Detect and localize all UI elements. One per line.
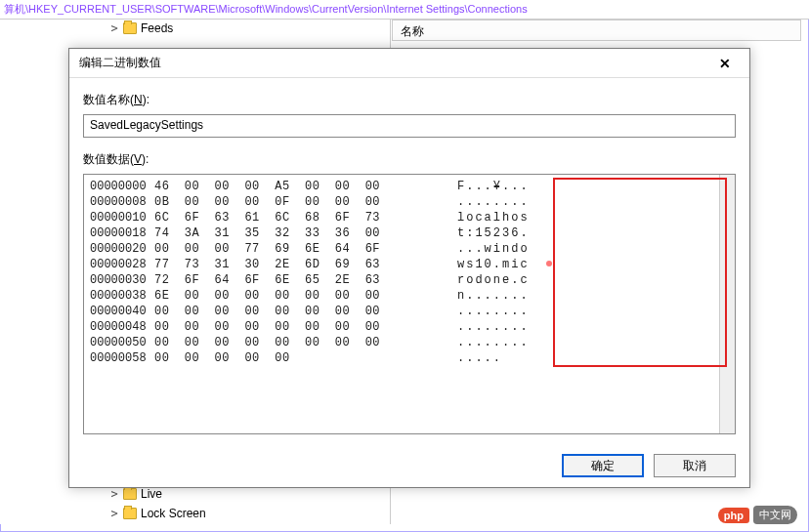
hex-row[interactable]: 0000005000 00 00 00 00 00 00 00........ (90, 335, 729, 350)
hex-offset: 00000030 (90, 272, 154, 288)
hex-bytes[interactable]: 72 6F 64 6F 6E 65 2E 63 (154, 272, 457, 288)
hex-bytes[interactable]: 6E 00 00 00 00 00 00 00 (154, 288, 457, 304)
hex-ascii: ws10.mic (457, 257, 604, 272)
hex-bytes[interactable]: 74 3A 31 35 32 33 36 00 (154, 225, 457, 241)
hex-offset: 00000010 (90, 210, 154, 225)
tree-item-label: Live (141, 487, 162, 501)
value-name-label: 数值名称(N): (83, 92, 736, 108)
value-data-label: 数值数据(V): (83, 151, 736, 168)
accelerator: N (134, 93, 143, 106)
hex-bytes[interactable]: 46 00 00 00 A5 00 00 00 (154, 179, 457, 194)
label-text: ): (142, 152, 149, 166)
hex-ascii: ........ (457, 335, 604, 350)
tree-item[interactable]: >Feeds (0, 20, 390, 37)
tree-item[interactable]: > Lock Screen (0, 505, 390, 522)
hex-bytes[interactable]: 6C 6F 63 61 6C 68 6F 73 (154, 210, 457, 225)
hex-ascii: ........ (457, 194, 604, 210)
hex-row[interactable]: 000000080B 00 00 00 0F 00 00 00........ (90, 194, 729, 210)
value-list[interactable]: 名称 (392, 20, 801, 41)
dialog-titlebar[interactable]: 编辑二进制数值 ✕ (69, 49, 749, 78)
scrollbar[interactable] (719, 175, 735, 433)
hex-ascii: localhos (457, 210, 604, 225)
logo-badge: php (718, 508, 749, 523)
hex-bytes[interactable]: 0B 00 00 00 0F 00 00 00 (154, 194, 457, 210)
hex-offset: 00000038 (90, 288, 154, 304)
hex-ascii: ........ (457, 319, 604, 335)
edit-binary-dialog: 编辑二进制数值 ✕ 数值名称(N): SavedLegacySettings 数… (68, 48, 750, 488)
hex-bytes[interactable]: 00 00 00 00 00 00 00 00 (154, 304, 457, 319)
close-icon[interactable]: ✕ (708, 53, 742, 74)
hex-row[interactable]: 0000004000 00 00 00 00 00 00 00........ (90, 304, 729, 319)
folder-icon (123, 22, 137, 34)
hex-row[interactable]: 0000002000 00 00 77 69 6E 64 6F...windo (90, 241, 729, 257)
hex-bytes[interactable]: 00 00 00 77 69 6E 64 6F (154, 241, 457, 257)
address-bar[interactable]: 算机\HKEY_CURRENT_USER\SOFTWARE\Microsoft\… (0, 0, 809, 20)
hex-bytes[interactable]: 77 73 31 30 2E 6D 69 63 (154, 257, 457, 272)
hex-offset: 00000050 (90, 335, 154, 350)
hex-offset: 00000020 (90, 241, 154, 257)
folder-icon (123, 508, 137, 519)
hex-offset: 00000000 (90, 179, 154, 194)
hex-offset: 00000048 (90, 319, 154, 335)
label-text: 数值名称( (83, 93, 134, 106)
dialog-body: 数值名称(N): SavedLegacySettings 数值数据(V): 00… (69, 78, 749, 444)
hex-row[interactable]: 000000386E 00 00 00 00 00 00 00n....... (90, 288, 729, 304)
label-text: ): (143, 93, 149, 106)
dialog-title: 编辑二进制数值 (79, 55, 161, 71)
hex-editor[interactable]: 0000000046 00 00 00 A5 00 00 00F...¥...0… (83, 174, 736, 434)
folder-icon (123, 488, 137, 500)
hex-bytes[interactable]: 00 00 00 00 00 00 00 00 (154, 319, 457, 335)
tree-item-label: Lock Screen (141, 507, 206, 520)
hex-offset: 00000018 (90, 225, 154, 241)
hex-ascii: F...¥... (457, 179, 604, 194)
site-logo: php 中文网 (718, 506, 797, 524)
hex-row[interactable]: 0000004800 00 00 00 00 00 00 00........ (90, 319, 729, 335)
hex-ascii: ..... (457, 350, 604, 366)
value-name-field[interactable]: SavedLegacySettings (83, 114, 736, 138)
hex-bytes[interactable]: 00 00 00 00 00 00 00 00 (154, 335, 457, 350)
hex-ascii: t:15236. (457, 225, 604, 241)
tree-item-label: Feeds (141, 21, 173, 35)
hex-ascii: n....... (457, 288, 604, 304)
ok-button[interactable]: 确定 (562, 454, 644, 477)
chevron-right-icon[interactable]: > (109, 487, 119, 501)
hex-offset: 00000058 (90, 350, 154, 366)
column-header-name[interactable]: 名称 (392, 20, 801, 41)
cancel-button[interactable]: 取消 (654, 454, 736, 477)
hex-offset: 00000040 (90, 304, 154, 319)
hex-bytes[interactable]: 00 00 00 00 00 (154, 350, 457, 366)
watermark-dot (546, 261, 552, 266)
accelerator: V (134, 152, 142, 166)
logo-text: 中文网 (753, 506, 797, 524)
chevron-right-icon[interactable]: > (109, 21, 119, 35)
hex-row[interactable]: 0000005800 00 00 00 00..... (90, 350, 729, 366)
hex-row[interactable]: 0000002877 73 31 30 2E 6D 69 63ws10.mic (90, 257, 729, 272)
hex-row[interactable]: 000000106C 6F 63 61 6C 68 6F 73localhos (90, 210, 729, 225)
dialog-button-bar: 确定 取消 (69, 444, 749, 487)
chevron-right-icon[interactable]: > (109, 507, 119, 520)
hex-offset: 00000028 (90, 257, 154, 272)
hex-ascii: rodone.c (457, 272, 604, 288)
hex-row[interactable]: 0000000046 00 00 00 A5 00 00 00F...¥... (90, 179, 729, 194)
label-text: 数值数据( (83, 152, 134, 166)
hex-ascii: ...windo (457, 241, 604, 257)
hex-row[interactable]: 0000003072 6F 64 6F 6E 65 2E 63rodone.c (90, 272, 729, 288)
hex-ascii: ........ (457, 304, 604, 319)
hex-offset: 00000008 (90, 194, 154, 210)
hex-row[interactable]: 0000001874 3A 31 35 32 33 36 00t:15236. (90, 225, 729, 241)
